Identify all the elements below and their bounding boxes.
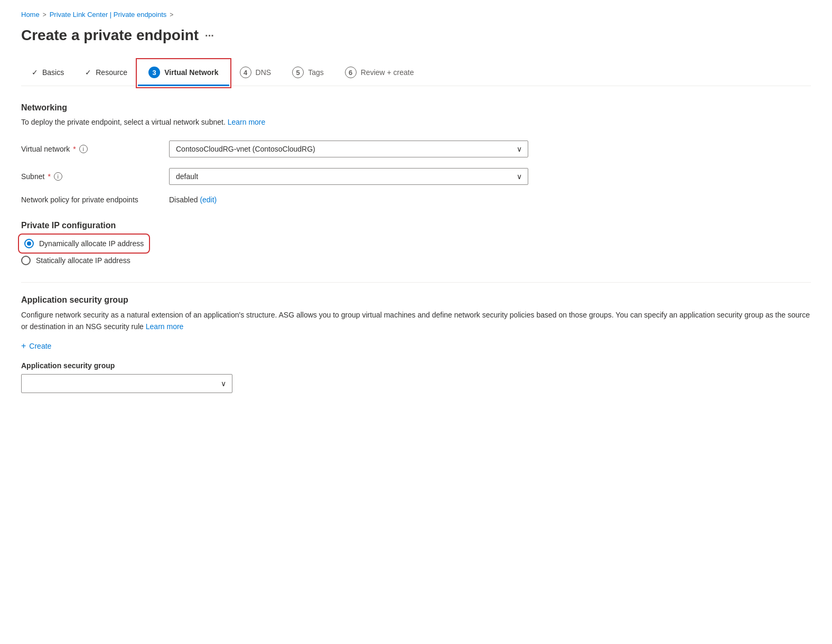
networking-learn-more-link[interactable]: Learn more	[228, 118, 266, 126]
plus-icon: +	[21, 341, 26, 351]
tab-review-create-number: 6	[345, 67, 357, 78]
asg-select-wrapper	[21, 374, 232, 393]
subnet-select[interactable]: default	[169, 168, 528, 185]
ip-radio-group: Dynamically allocate IP address Statical…	[21, 237, 811, 265]
radio-static-input[interactable]	[21, 256, 31, 265]
networking-section: Networking To deploy the private endpoin…	[21, 103, 811, 204]
breadcrumb-private-link[interactable]: Private Link Center | Private endpoints	[50, 11, 167, 18]
tab-virtual-network-number: 3	[148, 67, 160, 78]
tab-basics[interactable]: ✓ Basics	[21, 62, 74, 85]
network-policy-value: Disabled (edit)	[169, 195, 217, 204]
asg-create-button[interactable]: + Create	[21, 341, 51, 351]
radio-static[interactable]: Statically allocate IP address	[21, 256, 811, 265]
network-policy-edit-link[interactable]: (edit)	[200, 195, 217, 204]
tab-bar: ✓ Basics ✓ Resource 3 Virtual Network 4 …	[21, 60, 811, 86]
breadcrumb-sep1: >	[43, 11, 46, 18]
page-title-container: Create a private endpoint ···	[21, 27, 811, 44]
asg-section: Application security group Configure net…	[21, 295, 811, 393]
subnet-select-wrapper: default	[169, 168, 528, 185]
tab-virtual-network-label: Virtual Network	[164, 68, 218, 77]
subnet-info-icon[interactable]: i	[54, 172, 62, 181]
tab-tags[interactable]: 5 Tags	[282, 60, 334, 86]
page-title: Create a private endpoint	[21, 27, 199, 44]
asg-field-label: Application security group	[21, 361, 811, 370]
section-divider	[21, 282, 811, 283]
breadcrumb: Home > Private Link Center | Private end…	[21, 11, 811, 18]
subnet-control: default	[169, 168, 528, 185]
tab-resource-check: ✓	[85, 68, 91, 77]
private-ip-title: Private IP configuration	[21, 221, 811, 230]
networking-title: Networking	[21, 103, 811, 113]
radio-dynamic-input[interactable]	[24, 239, 34, 248]
networking-description: To deploy the private endpoint, select a…	[21, 117, 811, 128]
virtual-network-select[interactable]: ContosoCloudRG-vnet (ContosoCloudRG)	[169, 141, 528, 157]
tab-tags-number: 5	[292, 67, 304, 78]
tab-tags-label: Tags	[308, 68, 324, 77]
breadcrumb-home[interactable]: Home	[21, 11, 40, 18]
tab-review-create-label: Review + create	[361, 68, 414, 77]
radio-dynamic[interactable]: Dynamically allocate IP address	[21, 237, 147, 250]
asg-create-label: Create	[29, 342, 51, 350]
virtual-network-control: ContosoCloudRG-vnet (ContosoCloudRG)	[169, 141, 528, 157]
virtual-network-select-wrapper: ContosoCloudRG-vnet (ContosoCloudRG)	[169, 141, 528, 157]
breadcrumb-sep2: >	[170, 11, 173, 18]
asg-learn-more-link[interactable]: Learn more	[146, 322, 184, 331]
radio-static-label: Statically allocate IP address	[36, 256, 130, 265]
asg-description: Configure network security as a natural …	[21, 309, 811, 333]
tab-basics-check: ✓	[32, 68, 38, 77]
network-policy-row: Network policy for private endpoints Dis…	[21, 195, 811, 204]
ellipsis-menu[interactable]: ···	[205, 30, 214, 42]
tab-review-create[interactable]: 6 Review + create	[334, 60, 425, 86]
asg-select[interactable]	[21, 374, 232, 393]
virtual-network-row: Virtual network * i ContosoCloudRG-vnet …	[21, 141, 811, 157]
tab-dns-label: DNS	[256, 68, 272, 77]
network-policy-label: Network policy for private endpoints	[21, 195, 169, 204]
asg-title: Application security group	[21, 295, 811, 305]
virtual-network-info-icon[interactable]: i	[79, 145, 88, 153]
subnet-required: *	[48, 172, 50, 181]
tab-resource[interactable]: ✓ Resource	[74, 62, 138, 85]
subnet-label: Subnet * i	[21, 172, 169, 181]
tab-dns[interactable]: 4 DNS	[229, 60, 282, 86]
virtual-network-label: Virtual network * i	[21, 145, 169, 153]
private-ip-section: Private IP configuration Dynamically all…	[21, 221, 811, 265]
tab-dns-number: 4	[240, 67, 251, 78]
virtual-network-required: *	[73, 145, 76, 153]
tab-basics-label: Basics	[42, 68, 64, 77]
subnet-row: Subnet * i default	[21, 168, 811, 185]
radio-dynamic-label: Dynamically allocate IP address	[39, 239, 144, 248]
tab-virtual-network[interactable]: 3 Virtual Network	[138, 60, 229, 86]
tab-resource-label: Resource	[96, 68, 127, 77]
